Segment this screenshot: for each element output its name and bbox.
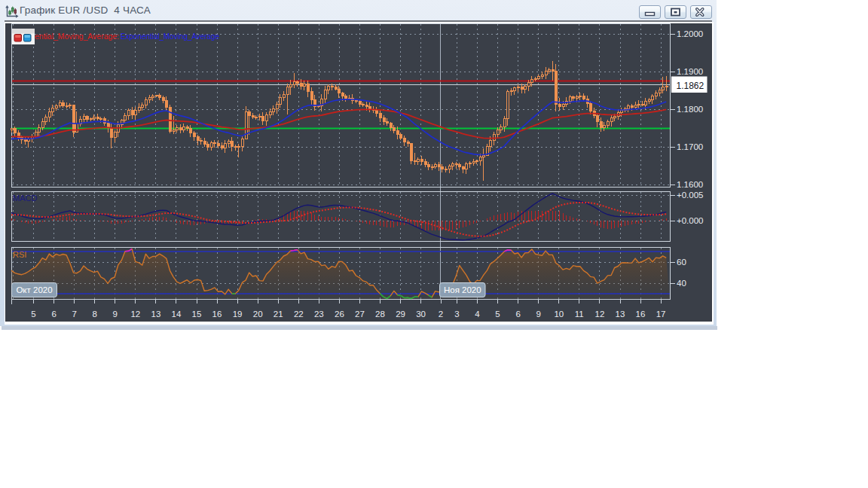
svg-text:20: 20 xyxy=(253,310,263,319)
svg-text:9: 9 xyxy=(536,310,540,319)
svg-text:14: 14 xyxy=(172,310,182,319)
svg-text:1.1800: 1.1800 xyxy=(677,105,703,114)
svg-text:26: 26 xyxy=(335,310,344,319)
svg-text:6: 6 xyxy=(51,310,56,319)
svg-text:Ноя 2020: Ноя 2020 xyxy=(444,285,481,294)
svg-text:1.1862: 1.1862 xyxy=(677,81,704,91)
svg-text:ential_Moving_Average:: ential_Moving_Average: xyxy=(35,32,119,41)
svg-text:3: 3 xyxy=(454,310,459,319)
svg-text:23: 23 xyxy=(314,310,324,319)
svg-text:1.2000: 1.2000 xyxy=(677,29,703,38)
svg-text:29: 29 xyxy=(396,310,405,319)
svg-text:5: 5 xyxy=(495,310,500,319)
svg-text:15: 15 xyxy=(192,310,202,319)
svg-text:MACD: MACD xyxy=(13,194,37,203)
svg-text:28: 28 xyxy=(375,310,385,319)
svg-text:16: 16 xyxy=(636,310,646,319)
svg-text:2: 2 xyxy=(439,310,443,319)
svg-text:17: 17 xyxy=(656,310,666,319)
svg-text:22: 22 xyxy=(294,310,304,319)
svg-text:RSI: RSI xyxy=(13,250,26,259)
svg-text:Окт 2020: Окт 2020 xyxy=(16,285,52,294)
svg-text:13: 13 xyxy=(151,310,161,319)
svg-text:4: 4 xyxy=(475,310,480,319)
svg-text:5: 5 xyxy=(31,310,35,319)
svg-text:1.1700: 1.1700 xyxy=(677,142,703,151)
svg-text:+0.000: +0.000 xyxy=(677,216,704,225)
svg-text:30: 30 xyxy=(416,310,426,319)
svg-text:+0.005: +0.005 xyxy=(677,191,704,200)
svg-text:12: 12 xyxy=(130,310,140,319)
svg-text:11: 11 xyxy=(575,310,584,319)
svg-text:1.1600: 1.1600 xyxy=(677,180,703,189)
svg-text:12: 12 xyxy=(595,310,605,319)
svg-text:21: 21 xyxy=(274,310,283,319)
svg-text:8: 8 xyxy=(92,310,96,319)
svg-text:27: 27 xyxy=(355,310,365,319)
svg-text:Exponential_Moving_Average: Exponential_Moving_Average xyxy=(121,32,219,41)
svg-text:10: 10 xyxy=(554,310,564,319)
svg-text:9: 9 xyxy=(112,310,117,319)
svg-text:16: 16 xyxy=(212,310,222,319)
svg-text:6: 6 xyxy=(515,310,520,319)
svg-text:19: 19 xyxy=(233,310,243,319)
svg-text:1.1900: 1.1900 xyxy=(677,67,703,76)
svg-text:40: 40 xyxy=(677,279,686,288)
svg-text:7: 7 xyxy=(72,310,76,319)
svg-text:60: 60 xyxy=(677,258,686,267)
svg-text:13: 13 xyxy=(616,310,625,319)
